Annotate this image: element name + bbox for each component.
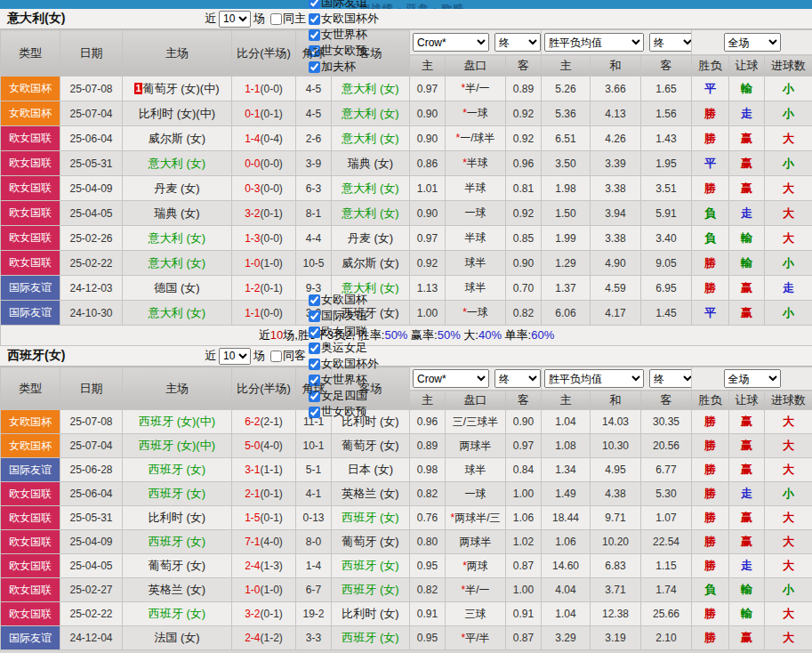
bookmaker-select[interactable]: Crow* [413,33,489,52]
match-row: 欧女国联25-02-26意大利 (女)1-3(0-0)4-4丹麦 (女)0.97… [1,226,812,251]
handicap-line: 一球 [446,482,506,506]
euro-away-odds: 1.56 [641,101,692,126]
competition-checkbox[interactable] [309,13,320,25]
handicap-result-badge: 走 [729,482,765,506]
competition-checkbox[interactable] [309,310,320,322]
home-team: 西班牙 (女) [123,602,232,626]
league-badge: 国际友谊 [1,626,60,650]
same-venue-checkbox[interactable] [270,351,282,362]
column-subheader: 主 [542,55,591,77]
euro-home-odds: 1.06 [542,530,591,554]
match-scope-select[interactable]: 全场 [724,33,781,52]
same-venue-checkbox[interactable] [270,13,282,25]
euro-away-odds: 1.43 [641,126,692,151]
handicap-away-odds: 0.97 [506,434,542,458]
handicap-home-odds: 0.97 [410,226,446,251]
odds-average-select[interactable]: 胜平负均值 [544,33,644,52]
handicap-result-badge: 赢 [729,434,765,458]
handicap-line: *两球 [446,554,506,578]
handicap-line: *一球 [446,101,506,126]
euro-draw-odds: 3.38 [591,176,641,201]
column-header: 日期 [60,367,123,410]
handicap-away-odds: 0.82 [506,301,542,326]
competition-checkbox[interactable] [309,0,320,9]
bookmaker-period-select[interactable]: 终 [494,369,541,388]
match-date: 25-04-09 [60,176,123,201]
match-date: 25-04-05 [60,554,123,578]
match-scope-select[interactable]: 全场 [724,369,781,388]
competition-checkbox[interactable] [309,359,320,370]
recent-label: 近 [205,11,216,27]
filter-bar: 西班牙(女) 近 10 场 同客 女欧国杯国际友谊欧女国联奥运女足女欧国杯外女世… [0,346,812,367]
bookmaker-period-select[interactable]: 终 [494,33,541,52]
header-dropdown-group: 全场 [692,367,812,391]
league-badge: 欧女国联 [1,126,60,151]
header-dropdown-group: Crow*终 [410,30,542,55]
competition-checkbox[interactable] [309,61,320,73]
handicap-away-odds: 0.89 [506,77,542,101]
result-badge: 勝 [692,251,729,276]
handicap-away-odds: 1.00 [506,578,542,602]
result-badge: 勝 [692,126,729,151]
handicap-result-badge: 走 [729,201,765,226]
competition-label: 女欧国杯 [321,292,367,308]
corner-score: 1-4 [296,554,332,578]
euro-home-odds: 5.26 [542,77,591,101]
match-score: 2-1(0-1) [232,482,296,506]
recent-count-select[interactable]: 10 [219,348,251,365]
recent-count-select[interactable]: 10 [219,11,251,28]
goals-result-badge: 小 [765,301,812,326]
column-subheader: 客 [506,391,542,410]
corner-score: 3-9 [296,151,332,176]
competition-filters: 女欧国杯欧女国联国际友谊女欧国杯外女世界杯世女欧预加夫杯 [306,0,379,75]
handicap-result-badge: 輸 [729,226,765,251]
euro-away-odds: 6.77 [641,458,692,482]
competition-checkbox[interactable] [309,343,320,354]
handicap-away-odds: 1.00 [506,482,542,506]
match-score: 3-2(0-1) [232,201,296,226]
result-badge: 勝 [692,506,729,530]
league-badge: 欧女国联 [1,201,60,226]
corner-score: 3-3 [296,626,332,650]
column-subheader: 主 [410,391,446,410]
league-badge: 欧女国联 [1,578,60,602]
match-date: 25-05-31 [60,506,123,530]
odds-average-select[interactable]: 胜平负均值 [544,369,644,388]
away-team: 西班牙 (女) [332,578,410,602]
league-badge: 欧女国联 [1,251,60,276]
away-team: 比利时 (女) [332,602,410,626]
handicap-result-badge: 走 [729,101,765,126]
column-subheader: 客 [506,55,542,77]
match-date: 25-06-04 [60,482,123,506]
handicap-line: 球半 [446,276,506,301]
odds-period-select[interactable]: 终 [649,33,692,52]
filter-controls: 近 10 场 同客 女欧国杯国际友谊欧女国联奥运女足女欧国杯外女世界杯女足四国世… [205,292,379,420]
result-badge: 勝 [692,530,729,554]
away-team: 意大利 (女) [332,126,410,151]
match-date: 25-07-04 [60,434,123,458]
home-team: 意大利 (女) [123,151,232,176]
match-date: 24-12-04 [60,626,123,650]
euro-home-odds: 4.04 [542,578,591,602]
competition-checkbox[interactable] [309,29,320,41]
match-row: 欧女国联25-04-05葡萄牙 (女)2-4(1-3)1-4西班牙 (女)0.9… [1,554,812,578]
match-row: 女欧国杯25-07-081葡萄牙 (女)(中)1-1(0-0)4-5意大利 (女… [1,77,812,101]
match-row: 女欧国杯25-07-04西班牙 (女)(中)5-0(4-0)10-1葡萄牙 (女… [1,434,812,458]
match-score: 1-1(0-0) [232,77,296,101]
league-badge: 欧女国联 [1,482,60,506]
handicap-home-odds: 0.97 [410,77,446,101]
match-date: 25-02-27 [60,578,123,602]
odds-period-select[interactable]: 终 [649,369,692,388]
match-date: 25-04-05 [60,201,123,226]
euro-away-odds: 1.95 [641,151,692,176]
column-header: 类型 [1,30,60,77]
euro-away-odds: 9.05 [641,251,692,276]
summary-row: 近10场,胜5平3负2, 胜率:50% 赢率:50% 大:40% 单率:60% [1,326,812,346]
competition-checkbox[interactable] [309,326,320,338]
league-badge: 欧女国联 [1,602,60,626]
competition-checkbox[interactable] [309,294,320,306]
handicap-away-odds: 0.92 [506,126,542,151]
column-subheader: 进球数 [765,391,812,410]
goals-result-badge: 大 [765,434,812,458]
bookmaker-select[interactable]: Crow* [413,369,489,388]
